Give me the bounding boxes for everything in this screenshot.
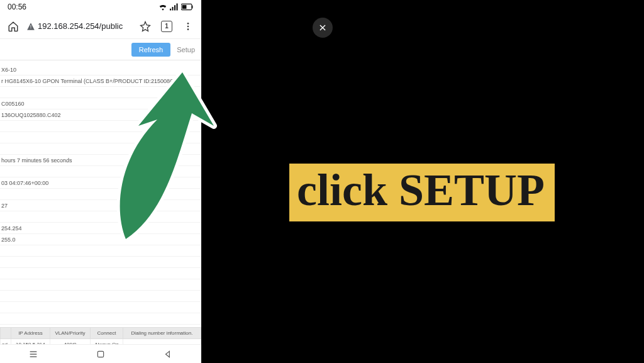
svg-point-5 (187, 28, 189, 30)
svg-rect-2 (182, 5, 187, 9)
clock: 00:56 (8, 3, 26, 11)
phone-frame: 00:56 192.168.254.254/public 1 (0, 0, 201, 363)
url-text: 192.168.254.254/public (38, 21, 123, 31)
info-row: . (0, 313, 201, 325)
info-row: . (0, 189, 201, 200)
svg-rect-1 (192, 6, 193, 9)
status-icons (158, 3, 194, 11)
info-row: hours 7 minutes 56 seconds (0, 155, 201, 166)
info-row: . (0, 245, 201, 257)
wifi-icon (158, 3, 167, 11)
table-header-row: IP AddressVLAN/PriorityConnectDialing nu… (1, 328, 201, 339)
info-row: . (0, 211, 201, 223)
info-row: 27 (0, 200, 201, 211)
info-row: . (0, 279, 201, 291)
column-header: IP Address (11, 328, 50, 339)
home-icon[interactable] (4, 17, 23, 36)
info-row: . (0, 166, 201, 177)
table-cell: Always On (90, 339, 123, 345)
browser-address-bar: 192.168.254.254/public 1 (0, 14, 201, 39)
star-icon[interactable] (136, 17, 155, 36)
info-row: r HG8145X6-10 GPON Terminal (CLASS B+/PR… (0, 75, 201, 87)
info-row: . (0, 132, 201, 143)
svg-rect-9 (97, 351, 103, 357)
info-row: . (0, 302, 201, 313)
table-cell: ed (1, 339, 11, 345)
page-toolbar: Refresh Setup (0, 39, 201, 60)
android-status-bar: 00:56 (0, 0, 201, 14)
svg-point-3 (187, 23, 189, 25)
column-header (1, 328, 11, 339)
info-row: . (0, 143, 201, 155)
insecure-icon (25, 21, 36, 32)
info-row: . (0, 268, 201, 279)
refresh-button[interactable]: Refresh (131, 43, 171, 57)
instruction-label: click SETUP (289, 164, 555, 221)
column-header: VLAN/Priority (50, 328, 91, 339)
setup-link[interactable]: Setup (177, 46, 195, 53)
tab-count: 1 (161, 21, 172, 32)
info-row: . (0, 87, 201, 98)
info-row: . (0, 257, 201, 268)
url-field[interactable]: 192.168.254.254/public (25, 18, 133, 35)
column-header: Dialing number information. (123, 328, 201, 339)
back-button[interactable] (155, 348, 180, 360)
device-info-list: X6-10r HG8145X6-10 GPON Terminal (CLASS … (0, 60, 201, 325)
recents-button[interactable] (21, 348, 46, 360)
info-row: . (0, 121, 201, 132)
column-header: Connect (90, 328, 123, 339)
info-row: 255.0 (0, 234, 201, 245)
info-row: 136OUQ1025880.C402 (0, 109, 201, 121)
android-nav-bar (0, 344, 201, 363)
info-row: 03 04:07:46+00:00 (0, 177, 201, 189)
close-button[interactable] (313, 18, 333, 38)
info-row: C005160 (0, 98, 201, 109)
info-row: X6-10 (0, 64, 201, 75)
info-row: 254.254 (0, 223, 201, 234)
wan-table: IP AddressVLAN/PriorityConnectDialing nu… (0, 327, 201, 344)
tabs-button[interactable]: 1 (157, 17, 176, 36)
table-cell: 400/0 (50, 339, 91, 345)
router-admin-page: Refresh Setup X6-10r HG8145X6-10 GPON Te… (0, 39, 201, 344)
table-row: ed10.159.5.214400/0Always On-- (1, 339, 201, 345)
close-icon (318, 23, 327, 32)
table-cell: 10.159.5.214 (11, 339, 50, 345)
info-row: . (0, 291, 201, 302)
home-button[interactable] (88, 348, 113, 360)
kebab-menu-icon[interactable] (179, 17, 197, 36)
signal-icon (170, 3, 179, 11)
battery-icon (181, 3, 194, 11)
table-cell: -- (123, 339, 201, 345)
svg-point-4 (187, 25, 189, 27)
